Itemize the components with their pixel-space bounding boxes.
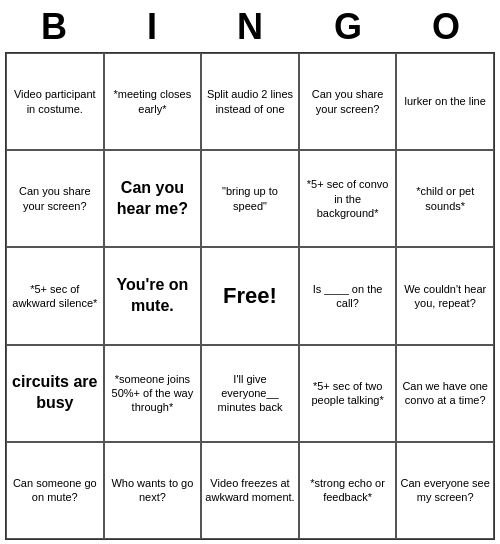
bingo-cell: I'll give everyone__ minutes back: [201, 345, 299, 442]
bingo-cell: *child or pet sounds*: [396, 150, 494, 247]
bingo-cell: *5+ sec of two people talking*: [299, 345, 397, 442]
bingo-cell: Can we have one convo at a time?: [396, 345, 494, 442]
bingo-cell: Can someone go on mute?: [6, 442, 104, 539]
bingo-cell: Video freezes at awkward moment.: [201, 442, 299, 539]
bingo-cell: Can you share your screen?: [6, 150, 104, 247]
bingo-cell: Who wants to go next?: [104, 442, 202, 539]
bingo-cell: Split audio 2 lines instead of one: [201, 53, 299, 150]
bingo-title: BINGO: [5, 0, 495, 52]
bingo-cell: Is ____ on the call?: [299, 247, 397, 344]
bingo-cell: You're on mute.: [104, 247, 202, 344]
title-letter: N: [205, 6, 295, 48]
bingo-cell: lurker on the line: [396, 53, 494, 150]
bingo-cell: Free!: [201, 247, 299, 344]
bingo-cell: We couldn't hear you, repeat?: [396, 247, 494, 344]
bingo-cell: *5+ sec of convo in the background*: [299, 150, 397, 247]
bingo-cell: circuits are busy: [6, 345, 104, 442]
bingo-cell: *strong echo or feedback*: [299, 442, 397, 539]
bingo-cell: *5+ sec of awkward silence*: [6, 247, 104, 344]
bingo-cell: Can you hear me?: [104, 150, 202, 247]
bingo-cell: "bring up to speed": [201, 150, 299, 247]
bingo-cell: *meeting closes early*: [104, 53, 202, 150]
bingo-cell: Video participant in costume.: [6, 53, 104, 150]
title-letter: G: [303, 6, 393, 48]
bingo-cell: *someone joins 50%+ of the way through*: [104, 345, 202, 442]
title-letter: O: [401, 6, 491, 48]
title-letter: B: [9, 6, 99, 48]
bingo-cell: Can you share your screen?: [299, 53, 397, 150]
title-letter: I: [107, 6, 197, 48]
bingo-cell: Can everyone see my screen?: [396, 442, 494, 539]
bingo-grid: Video participant in costume.*meeting cl…: [5, 52, 495, 540]
